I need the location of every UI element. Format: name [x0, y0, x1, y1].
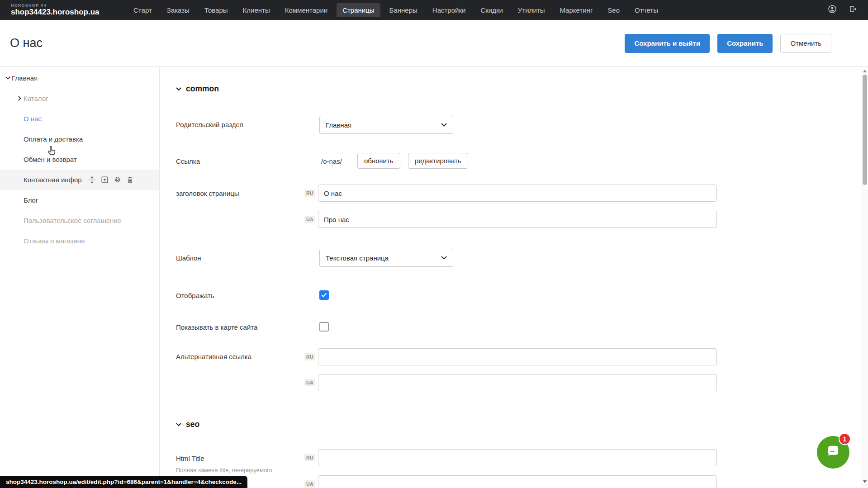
tree-item-glavnaya[interactable]: Главная [0, 68, 159, 88]
tree-item-label: Контактная инфор [24, 176, 82, 184]
nav-utilities[interactable]: Утилиты [512, 3, 551, 17]
tree-item-soglashenie[interactable]: Пользовательское соглашение [0, 210, 159, 231]
move-icon[interactable] [88, 175, 96, 184]
delete-trash-icon[interactable] [126, 175, 134, 184]
save-button[interactable]: Сохранить [717, 34, 773, 53]
nav-clients[interactable]: Клиенты [237, 3, 276, 17]
parent-section-label: Родительский раздел [176, 121, 243, 128]
tree-item-blog[interactable]: Блог [0, 190, 159, 210]
link-status-bar: shop34423.horoshop.ua/edit/edit.php?id=6… [0, 476, 247, 488]
tree-item-label: О нас [24, 115, 42, 123]
template-select[interactable]: Текстовая страница [319, 249, 453, 267]
nav-pages[interactable]: Страницы [337, 3, 380, 17]
display-checkbox[interactable] [319, 290, 329, 300]
tree-item-label: Главная [12, 74, 38, 82]
page-title: О нас [10, 36, 43, 50]
html-title-ru-input[interactable] [318, 449, 717, 466]
account-icon[interactable] [827, 4, 837, 16]
lang-ru-badge: RU [304, 454, 315, 461]
nav-settings[interactable]: Настройки [427, 3, 472, 17]
nav-discounts[interactable]: Скидки [474, 3, 508, 17]
scroll-down-arrow-icon[interactable] [863, 480, 867, 483]
tree-item-label: Блог [24, 196, 38, 204]
nav-banners[interactable]: Баннеры [384, 3, 423, 17]
nav-marketing[interactable]: Маркетинг [554, 3, 598, 17]
tree-item-label: Каталог [24, 95, 48, 102]
brand[interactable]: HOROSHOP V4 shop34423.horoshop.ua [0, 4, 121, 17]
chevron-down-icon[interactable] [4, 76, 12, 80]
page-heading-ua-input[interactable] [318, 211, 717, 228]
chevron-right-icon[interactable] [15, 96, 24, 101]
lang-ua-badge: UA [304, 379, 315, 386]
settings-gear-icon[interactable] [113, 175, 122, 184]
tree-item-oplata[interactable]: Оплата и доставка [0, 129, 159, 149]
lang-ua-badge: UA [304, 216, 315, 223]
vertical-scrollbar[interactable] [861, 67, 868, 488]
parent-section-value: Главная [326, 121, 351, 129]
tree-item-label: Пользовательское соглашение [24, 217, 121, 224]
template-value: Текстовая страница [326, 254, 389, 262]
page-edit-form: common Родительский раздел Главная Ссылк… [160, 67, 861, 488]
parent-section-select[interactable]: Главная [319, 116, 453, 134]
add-icon[interactable] [100, 175, 109, 184]
lang-ru-badge: RU [304, 353, 315, 360]
section-common-title: common [186, 84, 219, 94]
nav-start[interactable]: Старт [128, 3, 158, 17]
link-update-button[interactable]: обновить [357, 153, 400, 169]
section-seo-header[interactable]: seo [176, 420, 199, 429]
page-heading-label: заголовок страницы [176, 190, 239, 197]
topbar: HOROSHOP V4 shop34423.horoshop.ua Старт … [0, 0, 868, 20]
logout-icon[interactable] [848, 4, 858, 16]
tree-item-otzyvy[interactable]: Отзывы о магазине [0, 231, 159, 251]
scroll-up-arrow-icon[interactable] [863, 70, 867, 72]
html-title-label: Html Title [176, 455, 204, 462]
tree-item-katalog[interactable]: Каталог [0, 88, 159, 109]
sitemap-label: Показывать в карте сайта [176, 323, 257, 331]
cursor-hand-icon [45, 143, 59, 158]
save-and-exit-button[interactable]: Сохранить и выйти [625, 34, 710, 53]
lang-ua-badge: UA [304, 480, 315, 488]
link-edit-button[interactable]: редактировать [408, 153, 468, 169]
chat-widget-button[interactable]: 1 [817, 436, 849, 469]
html-title-ua-input[interactable] [318, 475, 717, 488]
nav-products[interactable]: Товары [199, 3, 234, 17]
chat-bubble-icon [824, 442, 842, 462]
nav-seo[interactable]: Seo [602, 3, 626, 17]
chevron-down-icon [441, 256, 447, 260]
tree-item-label: Отзывы о магазине [24, 237, 85, 245]
pages-tree-sidebar: Главная Каталог О нас Оплата и доставка … [0, 67, 160, 488]
chat-unread-badge: 1 [839, 433, 851, 445]
brand-domain: shop34423.horoshop.ua [11, 8, 121, 17]
nav-orders[interactable]: Заказы [161, 3, 195, 17]
template-label: Шаблон [176, 254, 201, 262]
lang-ru-badge: RU [304, 190, 315, 197]
html-title-hint: Полная замена title, генерируемого [176, 467, 289, 474]
main-nav: Старт Заказы Товары Клиенты Комментарии … [128, 3, 664, 17]
section-common-header[interactable]: common [176, 84, 219, 94]
tree-item-o-nas[interactable]: О нас [0, 109, 159, 129]
chevron-down-icon [176, 87, 181, 91]
display-label: Отображать [176, 292, 214, 299]
sitemap-checkbox[interactable] [319, 322, 329, 332]
link-label: Ссылка [176, 157, 200, 165]
alt-link-label: Альтернативная ссылка [176, 353, 251, 360]
tree-item-kontaktnaya[interactable]: Контактная инфор [0, 170, 159, 190]
tree-item-obmen[interactable]: Обмен и возврат [0, 149, 159, 170]
section-seo-title: seo [186, 420, 199, 429]
link-path: /o-nas/ [321, 157, 342, 165]
chevron-down-icon [176, 423, 181, 426]
alt-link-ru-input[interactable] [318, 348, 717, 365]
tree-item-label: Оплата и доставка [24, 135, 83, 143]
nav-reports[interactable]: Отчеты [629, 3, 664, 17]
page-header: О нас Сохранить и выйти Сохранить Отмени… [0, 20, 868, 67]
page-heading-ru-input[interactable] [318, 185, 717, 202]
chevron-down-icon [441, 123, 447, 127]
nav-comments[interactable]: Комментарии [279, 3, 333, 17]
scrollbar-thumb[interactable] [863, 75, 867, 185]
alt-link-ua-input[interactable] [318, 374, 717, 391]
cancel-button[interactable]: Отменить [780, 34, 831, 53]
